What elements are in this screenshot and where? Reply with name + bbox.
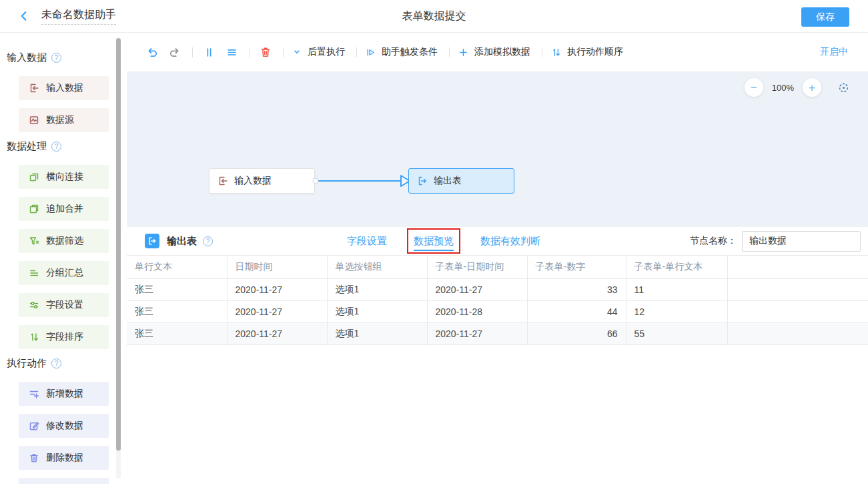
zoom-level: 100% [772, 83, 794, 93]
sidebar-section-actions: 执行动作 ? [7, 357, 127, 370]
output-node-icon [417, 176, 428, 186]
sidebar-item-field-sort[interactable]: 字段排序 [19, 325, 109, 349]
column-header: 子表单-数字 [527, 256, 626, 278]
panel-tabs: 字段设置 数据预览 数据有效判断 [347, 227, 540, 255]
zoom-out-button[interactable]: − [745, 78, 763, 97]
sidebar-item-input-data[interactable]: 输入数据 [19, 76, 109, 100]
table-row[interactable]: 张三 2020-11-27 选项1 2020-11-27 66 55 [127, 322, 868, 344]
sidebar-item-field-settings[interactable]: 字段设置 [19, 293, 109, 317]
sidebar-item-data-filter[interactable]: 数据筛选 [19, 229, 109, 253]
edit-data-icon [29, 421, 39, 431]
help-icon[interactable]: ? [51, 358, 61, 369]
zoom-in-button[interactable]: + [803, 78, 821, 97]
sidebar-item-group-summary[interactable]: 分组汇总 [19, 261, 109, 285]
delete-icon[interactable] [258, 45, 273, 59]
field-settings-icon [29, 300, 39, 310]
data-source-icon [29, 115, 39, 126]
panel-header: 输出表 ? 字段设置 数据预览 数据有效判断 节点名称： [127, 227, 868, 256]
table-cell: 选项1 [327, 322, 427, 344]
align-horizontal-icon[interactable] [224, 45, 239, 59]
table-cell [727, 322, 868, 344]
table-row[interactable]: 张三 2020-11-27 选项1 2020-11-27 33 11 [127, 278, 868, 300]
add-data-icon [29, 389, 39, 399]
table-cell: 2020-11-27 [427, 322, 527, 344]
status-toggle[interactable]: 开启中 [820, 46, 848, 58]
output-table-icon [145, 234, 159, 248]
node-output-table[interactable]: 输出表 [408, 168, 514, 194]
tab-data-validation[interactable]: 数据有效判断 [480, 235, 540, 248]
node-connector [312, 173, 412, 189]
column-header [727, 256, 868, 278]
save-button[interactable]: 保存 [801, 7, 849, 27]
post-execute-label: 后置执行 [308, 46, 345, 58]
help-icon[interactable]: ? [203, 236, 213, 246]
sidebar-item-append-merge[interactable]: 追加合并 [19, 197, 109, 221]
sidebar-item-label: 数据筛选 [46, 235, 83, 247]
locate-icon[interactable] [837, 81, 850, 94]
tab-field-settings[interactable]: 字段设置 [347, 235, 387, 248]
undo-icon[interactable] [145, 45, 159, 59]
input-data-icon [29, 83, 39, 93]
node-input-data[interactable]: 输入数据 [209, 168, 315, 194]
table-cell: 2020-11-27 [227, 322, 327, 344]
toolbar-divider [542, 47, 542, 57]
sidebar-item-label: 追加合并 [46, 203, 83, 215]
chevron-down-icon [292, 47, 302, 57]
table-cell: 选项1 [327, 300, 427, 322]
canvas-toolbar: 后置执行 助手触发条件 添加模拟数据 执行动作顺序 [127, 33, 868, 71]
table-cell: 55 [626, 322, 727, 344]
highlight-box: 数据预览 [407, 228, 460, 254]
sidebar-scrollbar-thumb[interactable] [116, 38, 121, 451]
sidebar-item-add-data[interactable]: 新增数据 [19, 382, 109, 406]
data-filter-icon [29, 236, 39, 246]
column-header: 单选按钮组 [327, 256, 427, 278]
node-name-group: 节点名称： [690, 227, 861, 255]
sidebar-item-update-data[interactable]: 修改数据 [19, 414, 109, 438]
table-cell: 12 [626, 300, 727, 322]
table-cell: 张三 [127, 322, 227, 344]
table-cell: 选项1 [327, 278, 427, 300]
group-summary-icon [29, 268, 39, 278]
node-name-input[interactable] [742, 231, 861, 252]
sidebar-item-data-source[interactable]: 数据源 [19, 108, 109, 132]
add-mock-data-button[interactable]: 添加模拟数据 [458, 46, 530, 58]
table-row[interactable]: 张三 2020-11-27 选项1 2020-11-28 44 12 [127, 300, 868, 322]
top-header: 未命名数据助手 表单数据提交 保存 [0, 0, 868, 33]
sort-order-icon [551, 47, 561, 57]
sidebar-item-function-module[interactable]: 功能模块 [19, 478, 109, 484]
node-config-panel: 输出表 ? 字段设置 数据预览 数据有效判断 节点名称： [127, 227, 868, 484]
column-header: 子表单-单行文本 [626, 256, 727, 278]
redo-icon[interactable] [167, 45, 182, 59]
active-tab-underline [414, 250, 454, 251]
toolbar-divider [356, 47, 357, 57]
back-icon[interactable] [17, 9, 31, 23]
sidebar-section-data-processing: 数据处理 ? [7, 140, 127, 153]
align-vertical-icon[interactable] [201, 45, 216, 59]
trigger-condition-button[interactable]: 助手触发条件 [366, 46, 438, 58]
section-title-label: 输入数据 [7, 51, 47, 64]
post-execute-button[interactable]: 后置执行 [292, 46, 345, 58]
help-icon[interactable]: ? [51, 142, 61, 152]
action-order-label: 执行动作顺序 [567, 46, 623, 58]
sidebar-item-horizontal-join[interactable]: 横向连接 [19, 165, 109, 189]
action-order-button[interactable]: 执行动作顺序 [551, 46, 623, 58]
sidebar-item-label: 新增数据 [46, 388, 83, 400]
toolbar-divider [249, 47, 250, 57]
sidebar-item-label: 字段排序 [46, 331, 83, 343]
sidebar-item-label: 数据源 [46, 114, 74, 126]
help-icon[interactable]: ? [51, 53, 61, 63]
add-mock-data-label: 添加模拟数据 [474, 46, 530, 58]
column-header: 单行文本 [127, 256, 227, 278]
horizontal-join-icon [29, 172, 39, 182]
table-cell: 2020-11-27 [227, 278, 327, 300]
tab-data-preview[interactable]: 数据预览 [414, 235, 454, 248]
zoom-controls: − 100% + [745, 78, 850, 97]
flow-canvas[interactable]: − 100% + 输入数据 [127, 71, 868, 227]
table-cell: 张三 [127, 300, 227, 322]
sidebar-item-delete-data[interactable]: 删除数据 [19, 446, 109, 470]
app-title[interactable]: 未命名数据助手 [41, 8, 116, 25]
table-cell: 33 [527, 278, 626, 300]
sidebar-item-label: 分组汇总 [46, 267, 83, 279]
column-header: 子表单-日期时间 [427, 256, 527, 278]
node-name-label: 节点名称： [690, 235, 737, 247]
